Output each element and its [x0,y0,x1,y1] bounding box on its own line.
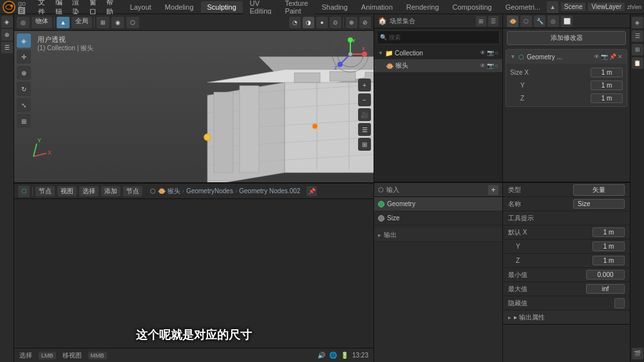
tool-scale[interactable]: ⤡ [17,98,31,112]
prop-icon-tab-1[interactable]: 🐵 [507,15,518,27]
viewport-mode-icon[interactable]: ◎ [17,17,30,28]
viewport-shading-4[interactable]: ⊙ [330,17,341,28]
input-row-size[interactable]: Size [374,211,502,225]
tab-rendering[interactable]: Rendering [400,1,446,13]
mod-render-icon[interactable]: 📷 [601,53,608,60]
output-props-header[interactable]: ▸ ▸ 输出属性 [503,310,630,325]
prop-icon-tab-2[interactable]: ⬡ [520,15,532,27]
viewport-shading-2[interactable]: ◑ [303,17,314,28]
modifier-item[interactable]: ▼ ⬡ Geometry ... 👁 📷 📌 ✕ Size X [506,49,627,107]
scene-selector[interactable]: Scene [561,3,585,11]
node-btn-select[interactable]: 选择 [79,186,99,196]
outliner-settings-btn[interactable]: ☰ [488,16,498,26]
prop-min-value[interactable]: 0.000 [586,270,625,280]
outliner-cam-icon[interactable]: 📷 [487,50,494,56]
prop-name-value[interactable]: Size [573,199,625,209]
prop-type-value[interactable]: 矢量 [573,184,625,196]
viewlayer-selector[interactable]: ViewLayer [588,3,625,11]
select-mode-vertex[interactable]: ▲ [57,17,70,28]
tool-rotate[interactable]: ↻ [17,82,31,96]
node-btn-add2[interactable]: 添加 [101,186,120,196]
outliner-monkey-eye[interactable]: 👁 [480,62,486,69]
mod-sizez-value[interactable]: 1 m [591,93,623,103]
view-all-btn[interactable]: 全局 [71,17,92,28]
tab-geometry[interactable]: Geometri... [499,1,547,13]
breadcrumb-2[interactable]: Geometry Nodes.002 [239,187,300,195]
node-btn-node[interactable]: 节点 [123,186,142,196]
mod-pin-icon[interactable]: 📌 [609,53,616,60]
right-strip-icon-1[interactable]: ◈ [632,17,643,28]
node-pin-btn[interactable]: 📌 [307,186,317,196]
transform-btn[interactable]: ⬡ [126,17,139,28]
outliner-filter-btn[interactable]: ⊞ [476,16,486,26]
status-move: 移视图 [62,351,82,360]
viewport-3d: X Y ◈ ✛ ⊕ ↻ ⤡ ⊞ 用户透视 (1) C [14,31,374,182]
node-editor-type-icon[interactable]: ⬡ [18,186,30,197]
prop-defz-value[interactable]: 1 m [592,256,625,265]
tab-modeling[interactable]: Modeling [158,1,200,13]
breadcrumb-icon: ⬡ [150,187,156,195]
tab-sculpting[interactable]: Sculpting [201,1,243,13]
viewport-xray[interactable]: ⊘ [359,17,371,28]
tool-cursor[interactable]: ✛ [17,50,31,64]
right-strip-icon-3[interactable]: ⊞ [632,44,643,55]
viewport-overlay[interactable]: ⊗ [346,17,357,28]
add-modifier-btn[interactable]: 添加修改器 [507,31,626,45]
prop-icon-tab-3[interactable]: 🔧 [534,15,545,27]
tab-layout[interactable]: Layout [124,1,158,13]
output-section-header[interactable]: ▸ 输出 [374,228,502,242]
prop-defy-value[interactable]: 1 m [592,242,625,251]
outliner-collection-row[interactable]: ▼ 📁 Collection 👁 📷 ○ [374,46,502,59]
inputs-add-btn[interactable]: + [488,185,498,195]
left-icon-select[interactable]: ◈ [1,16,13,28]
prop-icon-tab-5[interactable]: ⬜ [561,15,573,27]
prop-hide-checkbox[interactable] [614,298,625,309]
vp-cam[interactable]: 🎥 [358,108,371,121]
viewport-sep2 [94,17,95,28]
right-strip-icon-4[interactable]: 📋 [632,57,643,69]
tab-compositing[interactable]: Compositing [446,1,498,13]
modifier-name[interactable]: Geometry ... [527,53,591,61]
lang-toggle[interactable]: zh/en [627,4,641,10]
tool-select[interactable]: ◈ [17,33,31,48]
viewport-shading-1[interactable]: ◔ [289,17,301,28]
tab-animation[interactable]: Animation [355,1,399,13]
left-icon-3[interactable]: ☰ [1,42,13,53]
outliner-eye-icon[interactable]: 👁 [480,50,486,56]
vp-zoom-out[interactable]: − [358,93,371,106]
modifier-type-icon: ⬡ [518,53,524,61]
object-mode-btn[interactable]: 物体 [32,17,52,28]
vp-hand[interactable]: ☰ [358,123,371,136]
svg-rect-18 [294,73,320,82]
snapping-btn[interactable]: ⊞ [97,17,109,28]
outliner-monkey-cam[interactable]: 📷 [487,62,494,69]
input-row-geometry[interactable]: Geometry [374,197,502,211]
mod-delete-icon[interactable]: ✕ [618,53,623,60]
proportional-btn[interactable]: ◉ [111,17,124,28]
viewport-shading-3[interactable]: ● [316,17,328,28]
blender-logo[interactable] [3,1,15,14]
mod-sizex-value[interactable]: 1 m [591,68,623,77]
mod-realtime-icon[interactable]: 👁 [594,53,600,60]
prop-defx-value[interactable]: 1 m [592,227,625,237]
mod-sizey-value[interactable]: 1 m [591,81,623,90]
outliner-render-icon[interactable]: ○ [495,50,498,56]
tool-move[interactable]: ⊕ [17,66,31,80]
modifier-expand-icon[interactable]: ▼ [510,53,516,60]
render-icon-btn[interactable]: ▲ [547,1,558,13]
node-btn-add[interactable]: 节点 [35,186,55,196]
node-btn-view[interactable]: 视图 [57,186,77,196]
tab-shading[interactable]: Shading [315,1,354,13]
right-strip-icon-5[interactable]: 🎬 [632,348,643,359]
outliner-monkey-row[interactable]: 🐵 猴头 👁 📷 ○ [374,59,502,72]
prop-max-value[interactable]: inf [586,284,625,294]
tool-transform[interactable]: ⊞ [17,114,31,128]
left-icon-2[interactable]: ⊕ [1,29,13,41]
vp-zoom-in[interactable]: + [358,79,371,91]
breadcrumb-1[interactable]: GeometryNodes [186,187,233,195]
vp-align-local[interactable]: ⊞ [358,138,371,151]
right-strip-icon-2[interactable]: ☰ [632,30,643,42]
outliner-monkey-render[interactable]: ○ [495,62,498,69]
breadcrumb-0[interactable]: 🐵 猴头 [158,187,180,196]
prop-icon-tab-4[interactable]: ◎ [547,15,559,27]
